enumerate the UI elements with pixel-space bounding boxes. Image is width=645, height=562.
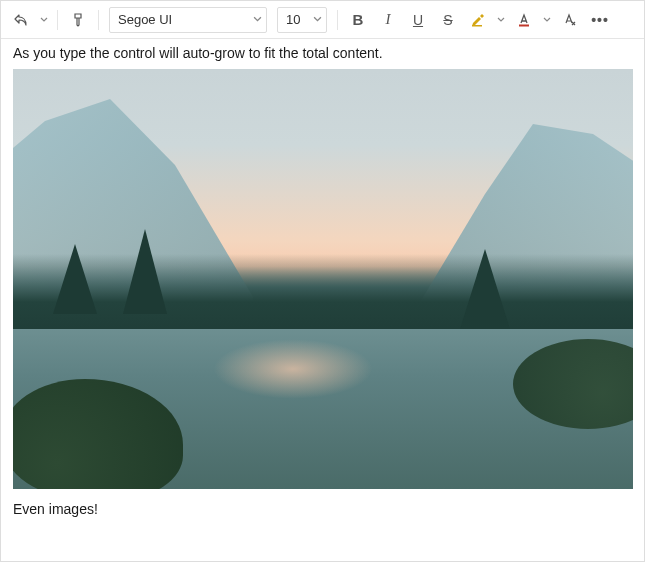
- paragraph[interactable]: Even images!: [13, 501, 632, 517]
- toolbar: Segoe UI 10 B I U S: [1, 1, 644, 39]
- rich-text-editor: Segoe UI 10 B I U S: [0, 0, 645, 562]
- chevron-down-icon: [40, 16, 48, 24]
- highlighter-icon: [470, 12, 486, 28]
- bold-icon: B: [353, 11, 364, 28]
- highlight-dropdown[interactable]: [494, 6, 508, 34]
- font-color-icon: [516, 12, 532, 28]
- font-size-value: 10: [286, 12, 313, 27]
- chevron-down-icon: [497, 16, 505, 24]
- font-color-button[interactable]: [510, 6, 538, 34]
- chevron-down-icon: [313, 15, 322, 24]
- chevron-down-icon: [543, 16, 551, 24]
- separator: [98, 10, 99, 30]
- bold-button[interactable]: B: [344, 6, 372, 34]
- strikethrough-icon: S: [443, 12, 452, 28]
- more-icon: •••: [591, 12, 609, 28]
- strikethrough-button[interactable]: S: [434, 6, 462, 34]
- highlight-button[interactable]: [464, 6, 492, 34]
- font-family-select[interactable]: Segoe UI: [109, 7, 267, 33]
- italic-button[interactable]: I: [374, 6, 402, 34]
- more-button[interactable]: •••: [586, 6, 614, 34]
- chevron-down-icon: [253, 15, 262, 24]
- italic-icon: I: [386, 11, 391, 28]
- separator: [337, 10, 338, 30]
- embedded-image[interactable]: [13, 69, 633, 489]
- font-color-dropdown[interactable]: [540, 6, 554, 34]
- format-painter-icon: [70, 12, 86, 28]
- svg-rect-1: [519, 24, 529, 26]
- clear-formatting-button[interactable]: [556, 6, 584, 34]
- underline-icon: U: [413, 12, 423, 28]
- font-size-select[interactable]: 10: [277, 7, 327, 33]
- svg-rect-0: [472, 25, 482, 27]
- editor-content[interactable]: As you type the control will auto-grow t…: [1, 39, 644, 561]
- undo-button[interactable]: [7, 6, 35, 34]
- font-family-value: Segoe UI: [118, 12, 253, 27]
- clear-formatting-icon: [562, 12, 578, 28]
- undo-dropdown[interactable]: [37, 6, 51, 34]
- separator: [57, 10, 58, 30]
- underline-button[interactable]: U: [404, 6, 432, 34]
- paragraph[interactable]: As you type the control will auto-grow t…: [13, 45, 632, 61]
- undo-icon: [13, 12, 29, 28]
- format-painter-button[interactable]: [64, 6, 92, 34]
